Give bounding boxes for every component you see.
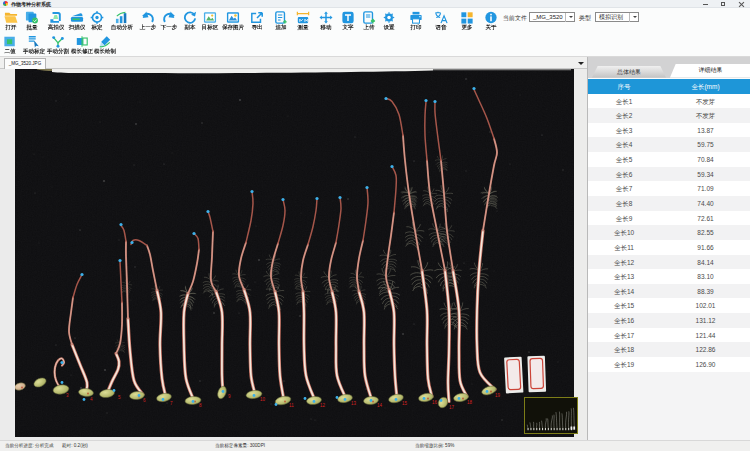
svg-text:14: 14 [377,402,383,407]
svg-text:10: 10 [260,396,266,401]
svg-text:17: 17 [449,404,455,409]
svg-text:11: 11 [289,402,294,407]
svg-text:12: 12 [320,402,326,407]
svg-text:19: 19 [495,392,501,397]
svg-text:18: 18 [467,399,473,404]
svg-text:16: 16 [432,399,438,404]
svg-text:13: 13 [351,400,357,405]
svg-text:15: 15 [402,400,408,405]
